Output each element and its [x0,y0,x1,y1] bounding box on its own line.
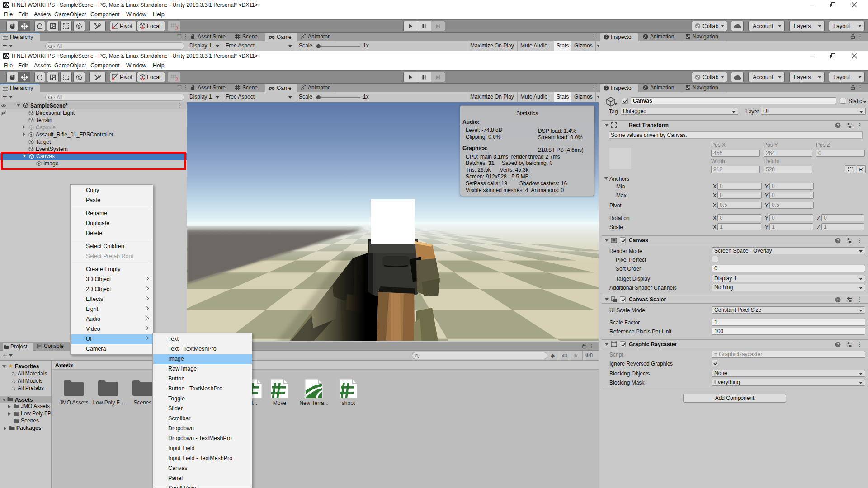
svg-text:?: ? [837,343,839,347]
svg-text:?: ? [837,123,839,128]
svg-text:?: ? [837,239,839,243]
svg-text:?: ? [837,298,839,302]
